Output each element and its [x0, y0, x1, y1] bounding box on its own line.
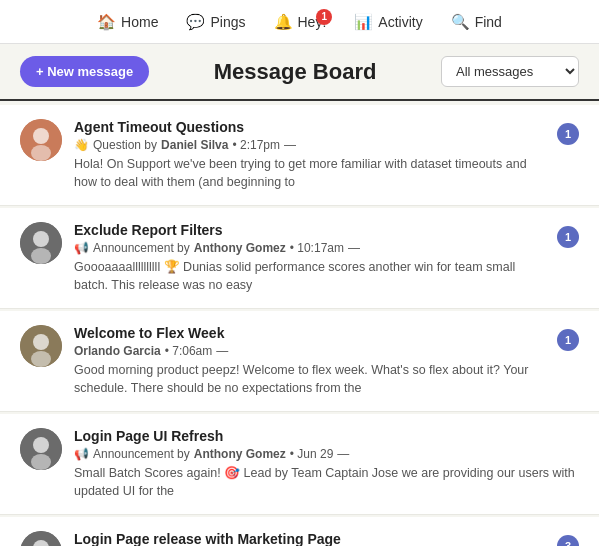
message-meta: 👋Question by Daniel Silva • 2:17pm —	[74, 138, 545, 152]
svg-point-1	[33, 128, 49, 144]
list-item[interactable]: Welcome to Flex WeekOrlando Garcia • 7:0…	[0, 311, 599, 412]
message-preview: Goooaaaallllllllll 🏆 Dunias solid perfor…	[74, 259, 545, 294]
message-badge: 1	[557, 123, 579, 145]
message-time: • 2:17pm	[232, 138, 280, 152]
list-item[interactable]: Login Page UI Refresh📢Announcement by An…	[0, 414, 599, 515]
message-separator: —	[337, 447, 349, 461]
message-separator: —	[348, 241, 360, 255]
message-separator: —	[284, 138, 296, 152]
message-meta: Orlando Garcia • 7:06am —	[74, 344, 545, 358]
avatar	[20, 531, 62, 546]
svg-point-5	[31, 248, 51, 264]
message-badge: 3	[557, 535, 579, 546]
message-separator: —	[216, 344, 228, 358]
message-time: • 7:06am	[165, 344, 213, 358]
nav-label-find: Find	[475, 14, 502, 30]
svg-point-4	[33, 231, 49, 247]
author-name: Anthony Gomez	[194, 447, 286, 461]
nav-item-find[interactable]: 🔍Find	[439, 7, 514, 37]
nav-item-pings[interactable]: 💬Pings	[174, 7, 257, 37]
message-list: Agent Timeout Questions👋Question by Dani…	[0, 105, 599, 546]
message-preview: Small Batch Scores again! 🎯 Lead by Team…	[74, 465, 579, 500]
message-content: Agent Timeout Questions👋Question by Dani…	[74, 119, 545, 191]
avatar	[20, 119, 62, 161]
message-badge: 1	[557, 329, 579, 351]
nav-label-home: Home	[121, 14, 158, 30]
filter-select[interactable]: All messages	[441, 56, 579, 87]
nav-label-pings: Pings	[210, 14, 245, 30]
message-title: Login Page release with Marketing Page	[74, 531, 545, 546]
svg-point-10	[33, 437, 49, 453]
toolbar: + New message Message Board All messages	[0, 44, 599, 99]
type-icon: 📢	[74, 447, 89, 461]
pings-icon: 💬	[186, 13, 205, 31]
list-item[interactable]: Login Page release with Marketing Page👋Q…	[0, 517, 599, 546]
avatar	[20, 428, 62, 470]
nav-item-activity[interactable]: 📊Activity	[342, 7, 434, 37]
author-name: Anthony Gomez	[194, 241, 286, 255]
message-preview: Good morning product peepz! Welcome to f…	[74, 362, 545, 397]
nav-item-hey[interactable]: 🔔Hey!1	[262, 7, 339, 37]
nav-badge-hey: 1	[316, 9, 332, 25]
message-meta: 📢Announcement by Anthony Gomez • Jun 29 …	[74, 447, 579, 461]
author-name: Orlando Garcia	[74, 344, 161, 358]
find-icon: 🔍	[451, 13, 470, 31]
message-time: • 10:17am	[290, 241, 344, 255]
svg-point-7	[33, 334, 49, 350]
divider	[0, 99, 599, 101]
type-icon: 👋	[74, 138, 89, 152]
list-item[interactable]: Agent Timeout Questions👋Question by Dani…	[0, 105, 599, 206]
activity-icon: 📊	[354, 13, 373, 31]
avatar	[20, 325, 62, 367]
svg-point-11	[31, 454, 51, 470]
message-content: Login Page UI Refresh📢Announcement by An…	[74, 428, 579, 500]
page-title: Message Board	[214, 59, 377, 85]
message-preview: Hola! On Support we've been trying to ge…	[74, 156, 545, 191]
home-icon: 🏠	[97, 13, 116, 31]
message-type: Question by	[93, 138, 157, 152]
nav-label-activity: Activity	[378, 14, 422, 30]
svg-point-2	[31, 145, 51, 161]
top-navigation: 🏠Home💬Pings🔔Hey!1📊Activity🔍Find	[0, 0, 599, 44]
message-content: Welcome to Flex WeekOrlando Garcia • 7:0…	[74, 325, 545, 397]
nav-item-home[interactable]: 🏠Home	[85, 7, 170, 37]
hey-icon: 🔔	[274, 13, 293, 31]
message-content: Exclude Report Filters📢Announcement by A…	[74, 222, 545, 294]
list-item[interactable]: Exclude Report Filters📢Announcement by A…	[0, 208, 599, 309]
type-icon: 📢	[74, 241, 89, 255]
message-title: Exclude Report Filters	[74, 222, 545, 238]
svg-point-8	[31, 351, 51, 367]
message-type: Announcement by	[93, 241, 190, 255]
message-badge: 1	[557, 226, 579, 248]
message-time: • Jun 29	[290, 447, 334, 461]
message-title: Welcome to Flex Week	[74, 325, 545, 341]
new-message-button[interactable]: + New message	[20, 56, 149, 87]
author-name: Daniel Silva	[161, 138, 228, 152]
message-title: Login Page UI Refresh	[74, 428, 579, 444]
message-type: Announcement by	[93, 447, 190, 461]
message-title: Agent Timeout Questions	[74, 119, 545, 135]
message-meta: 📢Announcement by Anthony Gomez • 10:17am…	[74, 241, 545, 255]
avatar	[20, 222, 62, 264]
message-content: Login Page release with Marketing Page👋Q…	[74, 531, 545, 546]
